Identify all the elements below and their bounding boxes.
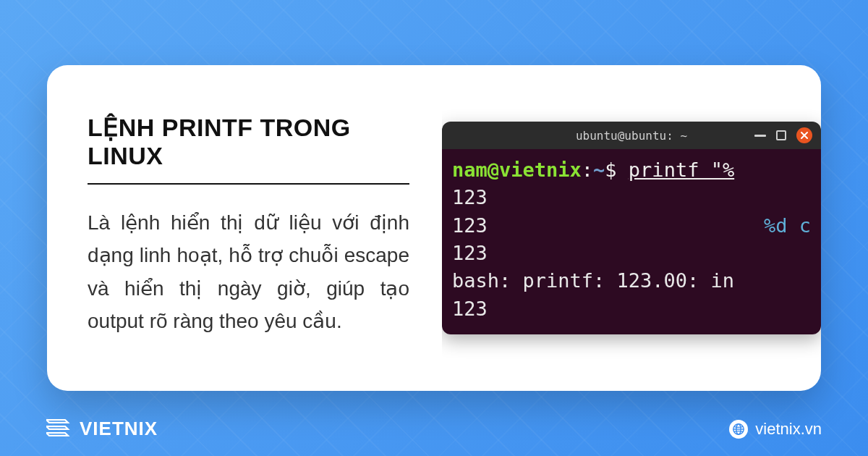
site-url: vietnix.vn	[755, 420, 822, 439]
site-link[interactable]: vietnix.vn	[729, 420, 822, 439]
brand-logo: VIETNIX	[46, 418, 158, 440]
window-controls	[754, 127, 812, 143]
prompt-user: nam@vietnix	[452, 159, 582, 181]
terminal-error-line: bash: printf: 123.00: in	[452, 267, 811, 295]
terminal-titlebar: ubuntu@ubuntu: ~	[442, 122, 821, 149]
footer: VIETNIX vietnix.vn	[0, 418, 868, 440]
card-title: LỆNH PRINTF TRONG LINUX	[88, 113, 420, 170]
terminal-output-line: 123	[452, 295, 811, 323]
minimize-icon[interactable]	[754, 135, 766, 137]
prompt-sep: :	[582, 159, 593, 181]
terminal-title: ubuntu@ubuntu: ~	[576, 129, 687, 143]
terminal-window: ubuntu@ubuntu: ~ nam@vietnix:~$ printf "…	[442, 122, 821, 334]
prompt-path: ~	[593, 159, 605, 181]
terminal-line-prompt: nam@vietnix:~$ printf "%	[452, 156, 811, 184]
brand-icon	[46, 418, 71, 440]
text-column: LỆNH PRINTF TRONG LINUX Là lệnh hiển thị…	[88, 94, 420, 362]
globe-icon	[729, 420, 748, 439]
prompt-dollar: $	[605, 159, 629, 181]
terminal-body: nam@vietnix:~$ printf "% 123 123 %d c 12…	[442, 149, 821, 334]
content-card: LỆNH PRINTF TRONG LINUX Là lệnh hiển thị…	[47, 65, 821, 391]
terminal-output-line: 123 %d c	[452, 212, 811, 240]
terminal-output-line: 123	[452, 184, 811, 211]
terminal-column: ubuntu@ubuntu: ~ nam@vietnix:~$ printf "…	[442, 94, 821, 362]
terminal-hint: %d c	[764, 212, 811, 240]
card-description: Là lệnh hiển thị dữ liệu với định dạng l…	[88, 206, 409, 337]
terminal-output-value: 123	[452, 212, 488, 240]
title-divider	[88, 183, 409, 185]
maximize-icon[interactable]	[776, 130, 786, 140]
terminal-output-line: 123	[452, 240, 811, 267]
close-icon[interactable]	[796, 127, 812, 143]
terminal-command: printf "%	[629, 159, 734, 181]
brand-text: VIETNIX	[80, 418, 158, 440]
